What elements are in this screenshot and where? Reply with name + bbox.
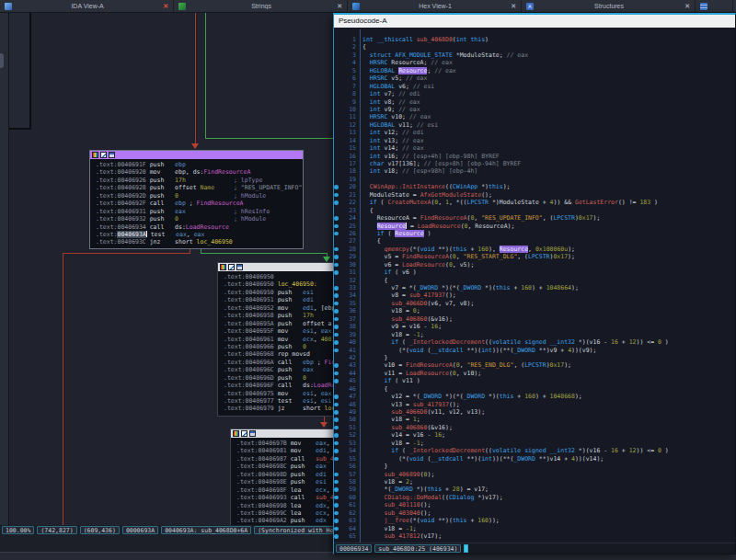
pseudocode-line[interactable]: 49 sub_4066D0(v11, v12, v13); bbox=[334, 408, 735, 416]
pseudocode-line[interactable]: 4 HRSRC ResourceA; // eax bbox=[334, 59, 735, 66]
pseudocode-line[interactable]: 21 ModuleState = AfxGetModuleState(); bbox=[334, 191, 735, 199]
pseudocode-line[interactable]: 17 char v17[136]; // [esp+8h] [ebp-94h] … bbox=[334, 160, 735, 167]
pseudocode-line[interactable]: 18 int v18; // [esp+98h] [ebp-4h] bbox=[334, 167, 735, 175]
asm-line[interactable]: .text:00406928 push offset Name; "RES_UP… bbox=[96, 184, 303, 191]
pseudocode-line[interactable]: 65 sub_417812(v17); bbox=[334, 532, 735, 540]
pseudocode-line[interactable]: 8 int v7; // edi bbox=[334, 90, 735, 97]
asm-line[interactable]: .text:0040692F call ebp ; FindResourceA bbox=[96, 200, 303, 207]
pseudocode-line[interactable]: 43 v10 = FindResourceA(0, "RES_END_DLG",… bbox=[334, 361, 735, 369]
pseudocode-line[interactable]: 19 bbox=[334, 176, 735, 183]
basic-block-40691F[interactable]: .text:0040691F push ebp.text:00406920 mo… bbox=[89, 150, 304, 249]
pseudocode-title[interactable]: Pseudocode-A bbox=[334, 15, 735, 28]
pseudocode-line[interactable]: 25 Resource = LoadResource(0, ResourceA)… bbox=[334, 223, 735, 230]
pseudocode-line[interactable]: 57 sub_406890(0); bbox=[334, 471, 735, 478]
pseudocode-line[interactable]: 58 v18 = 2; bbox=[334, 478, 735, 486]
pseudocode-line[interactable]: 12 HGLOBAL v11; // esi bbox=[334, 121, 735, 129]
asm-line[interactable]: .text:00406934 call ds:LoadResource bbox=[96, 223, 303, 231]
pseudocode-line[interactable]: 33 v7 = *(_DWORD *)(*(_DWORD *)(this + 1… bbox=[334, 284, 735, 291]
pseudocode-line[interactable]: 13 int v12; // edi bbox=[334, 129, 735, 136]
node-window-icon[interactable] bbox=[109, 152, 115, 158]
pseudocode-line[interactable]: 15 int v14; // eax bbox=[334, 144, 735, 152]
asm-line[interactable]: .text:0040693C jnz short loc_406950 bbox=[96, 238, 303, 246]
pseudocode-line[interactable]: 16 int v16; // [esp+4h] [ebp-98h] BYREF bbox=[334, 153, 735, 160]
tab-partial[interactable] bbox=[696, 0, 733, 12]
pseudocode-line[interactable]: 28 qmemcpy(*(void **)(this + 160), Resou… bbox=[334, 246, 735, 253]
pseudocode-line[interactable]: 30 v6 = LoadResource(0, v5); bbox=[334, 261, 735, 269]
pseudocode-line[interactable]: 55 (*(void (__stdcall **)(int))(**(_DWOR… bbox=[334, 455, 735, 463]
pseudocode-line[interactable]: 20 CWinApp::InitInstance((CWinApp *)this… bbox=[334, 183, 735, 190]
asm-line[interactable]: .text:0040691F push ebp bbox=[96, 161, 303, 168]
asm-line[interactable]: .text:00406926 push 17h; lpType bbox=[96, 177, 303, 184]
pseudocode-line[interactable]: 14 int v13; // eax bbox=[334, 137, 735, 144]
tab-hex-view-1[interactable]: Hex View-1✕ bbox=[348, 0, 522, 12]
node-edit-icon[interactable] bbox=[100, 152, 107, 158]
pseudocode-body[interactable]: 1int __thiscall sub_4068D0(int this)2{3 … bbox=[334, 29, 735, 543]
pseudocode-line[interactable]: 24 ResourceA = FindResourceA(0, "RES_UPD… bbox=[334, 214, 735, 222]
asm-line[interactable]: .text:00406932 push 0; hModule bbox=[96, 215, 303, 223]
pseudocode-line[interactable]: 35 sub_4066D0(v6, v7, v8); bbox=[334, 300, 735, 307]
close-icon[interactable]: ✕ bbox=[163, 3, 168, 10]
panel-grip-handle[interactable] bbox=[0, 53, 4, 68]
close-icon[interactable]: ✕ bbox=[684, 3, 690, 10]
pseudocode-line[interactable]: 10 int v9; // eax bbox=[334, 106, 735, 113]
tab-structures[interactable]: AStructures✕ bbox=[522, 0, 696, 12]
pseudocode-line[interactable]: 54 if ( _InterlockedDecrement((volatile … bbox=[334, 447, 735, 454]
pseudocode-line[interactable]: 48 v13 = sub_417937(); bbox=[334, 401, 735, 408]
pseudocode-line[interactable]: 11 HRSRC v10; // eax bbox=[334, 113, 735, 120]
pseudocode-line[interactable]: 9 int v8; // eax bbox=[334, 98, 735, 106]
pseudocode-line[interactable]: 2{ bbox=[334, 43, 735, 51]
asm-line[interactable]: .text:0040693A test eax, eax bbox=[96, 231, 303, 238]
pseudocode-line[interactable]: 5 HGLOBAL Resource; // eax bbox=[334, 67, 735, 74]
tab-strings[interactable]: Strings✕ bbox=[174, 0, 348, 12]
pseudocode-line[interactable]: 31 if ( v6 ) bbox=[334, 269, 735, 276]
pseudocode-line[interactable]: 44 v11 = LoadResource(0, v10); bbox=[334, 370, 735, 377]
pseudocode-line[interactable]: 50 v18 = 1; bbox=[334, 416, 735, 423]
pseudocode-line[interactable]: 60 CDialog::DoModal((CDialog *)v17); bbox=[334, 494, 735, 501]
pseudocode-line[interactable]: 38 v9 = v16 - 16; bbox=[334, 323, 735, 330]
asm-line[interactable]: .text:00406920 mov ebp, ds:FindResourceA bbox=[96, 168, 303, 176]
pseudocode-line[interactable]: 1int __thiscall sub_4068D0(int this) bbox=[334, 36, 735, 43]
node-edit-icon[interactable] bbox=[241, 430, 247, 437]
pseudocode-line[interactable]: 26 if ( Resource ) bbox=[334, 230, 735, 237]
pseudocode-line[interactable]: 45 if ( v11 ) bbox=[334, 377, 735, 384]
close-icon[interactable]: ✕ bbox=[337, 3, 342, 10]
pseudocode-line[interactable]: 6 HRSRC v5; // eax bbox=[334, 74, 735, 82]
pseudocode-line[interactable]: 53 v18 = -1; bbox=[334, 440, 735, 447]
node-color-icon[interactable] bbox=[220, 264, 226, 270]
close-icon[interactable]: ✕ bbox=[511, 3, 516, 10]
pseudocode-line[interactable]: 27 { bbox=[334, 237, 735, 245]
pseudocode-line[interactable]: 29 v5 = FindResourceA(0, "RES_START_DLG"… bbox=[334, 253, 735, 260]
pseudocode-line[interactable]: 42 } bbox=[334, 354, 735, 361]
block-title-bar[interactable] bbox=[90, 151, 303, 159]
pseudocode-line[interactable]: 23 { bbox=[334, 207, 735, 214]
node-color-icon[interactable] bbox=[233, 430, 239, 437]
pseudocode-line[interactable]: 64 v18 = -1; bbox=[334, 525, 735, 532]
node-window-icon[interactable] bbox=[249, 430, 256, 437]
pseudocode-line[interactable]: 32 { bbox=[334, 277, 735, 284]
pseudocode-line[interactable]: 7 HGLOBAL v6; // esi bbox=[334, 83, 735, 90]
pseudocode-line[interactable]: 3 struct AFX_MODULE_STATE *ModuleState; … bbox=[334, 51, 735, 59]
pseudocode-line[interactable]: 51 sub_406860(&v16); bbox=[334, 424, 735, 431]
node-edit-icon[interactable] bbox=[228, 264, 235, 270]
pseudocode-line[interactable]: 40 if ( _InterlockedDecrement((volatile … bbox=[334, 338, 735, 346]
pseudocode-line[interactable]: 36 v18 = 0; bbox=[334, 307, 735, 314]
tab-ida-view-a[interactable]: IDA View-A✕ bbox=[0, 0, 174, 12]
pseudocode-line[interactable]: 41 (*(void (__stdcall **)(int))(**(_DWOR… bbox=[334, 347, 735, 354]
pseudocode-line[interactable]: 46 { bbox=[334, 385, 735, 393]
node-color-icon[interactable] bbox=[92, 152, 98, 158]
node-window-icon[interactable] bbox=[236, 264, 243, 270]
pseudocode-line[interactable]: 47 v12 = *(_DWORD *)(*(_DWORD *)(this + … bbox=[334, 393, 735, 400]
asm-line[interactable]: .text:0040692D push 0; hModule bbox=[96, 192, 303, 200]
pseudocode-line[interactable]: 62 sub_403040(); bbox=[334, 509, 735, 517]
pseudocode-line[interactable]: 63 j__free(*(void **)(this + 160)); bbox=[334, 517, 735, 524]
tab-bar: IDA View-A✕Strings✕Hex View-1✕AStructure… bbox=[0, 0, 736, 13]
pseudocode-line[interactable]: 22 if ( CreateMutexA(0, 1, *((LPCSTR *)M… bbox=[334, 199, 735, 206]
pseudocode-line[interactable]: 34 v8 = sub_417937(); bbox=[334, 291, 735, 299]
pseudocode-line[interactable]: 39 v18 = -1; bbox=[334, 331, 735, 338]
pseudocode-line[interactable]: 56 } bbox=[334, 463, 735, 470]
asm-line[interactable]: .text:00406931 push eax; hResInfo bbox=[96, 208, 303, 215]
pseudocode-line[interactable]: 52 v14 = v16 - 16; bbox=[334, 431, 735, 439]
pseudocode-line[interactable]: 61 sub_401110(); bbox=[334, 501, 735, 509]
pseudocode-line[interactable]: 59 *(_DWORD *)(this + 28) = v17; bbox=[334, 486, 735, 493]
pseudocode-line[interactable]: 37 sub_406860(&v16); bbox=[334, 315, 735, 323]
